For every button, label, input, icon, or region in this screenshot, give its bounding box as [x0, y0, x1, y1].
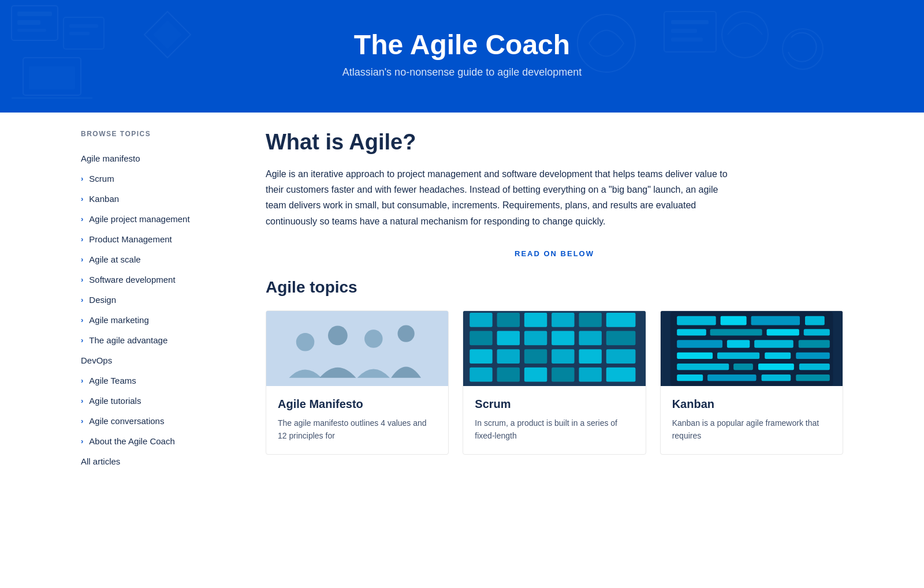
- sidebar-item-label: Design: [89, 295, 116, 305]
- svg-rect-31: [470, 331, 493, 345]
- sidebar-item[interactable]: ›Agile project management: [81, 209, 243, 229]
- svg-rect-5: [69, 24, 98, 28]
- manifesto-card-body: Agile Manifesto The agile manifesto outl…: [266, 386, 448, 454]
- svg-rect-64: [717, 353, 759, 359]
- svg-rect-6: [69, 32, 90, 35]
- agile-topics-section: Agile topics: [266, 278, 843, 455]
- svg-rect-67: [677, 364, 729, 370]
- read-on-below-label: READ ON BELOW: [266, 249, 843, 258]
- svg-rect-34: [552, 331, 574, 345]
- sidebar-item-label: Agile project management: [89, 214, 189, 224]
- chevron-right-icon: ›: [81, 316, 83, 324]
- sidebar-nav: Agile manifesto›Scrum›Kanban›Agile proje…: [81, 148, 243, 471]
- what-is-agile-body: Agile is an iterative approach to projec…: [266, 166, 739, 229]
- svg-rect-57: [766, 329, 799, 335]
- sidebar-item[interactable]: ›Agile conversations: [81, 411, 243, 431]
- svg-rect-68: [733, 364, 753, 370]
- svg-point-18: [783, 29, 823, 69]
- kanban-card-text: Kanban is a popular agile framework that…: [672, 417, 831, 443]
- what-is-agile-section: What is Agile? Agile is an iterative app…: [266, 130, 843, 229]
- svg-rect-29: [579, 313, 602, 327]
- svg-rect-1: [17, 12, 52, 16]
- svg-point-17: [722, 12, 768, 58]
- svg-rect-42: [606, 349, 636, 364]
- svg-rect-25: [470, 313, 493, 327]
- sidebar-item[interactable]: ›Design: [81, 290, 243, 310]
- svg-rect-55: [677, 329, 706, 335]
- manifesto-card-title: Agile Manifesto: [278, 398, 437, 411]
- sidebar-item[interactable]: ›Agile at scale: [81, 249, 243, 269]
- svg-point-12: [578, 14, 635, 72]
- svg-rect-69: [758, 364, 794, 370]
- sidebar-item-label: Agile manifesto: [81, 153, 140, 163]
- svg-point-20: [296, 333, 315, 351]
- svg-rect-15: [671, 29, 697, 33]
- chevron-right-icon: ›: [81, 417, 83, 425]
- topic-cards-container: Agile Manifesto The agile manifesto outl…: [266, 310, 843, 455]
- svg-marker-11: [153, 20, 182, 49]
- kanban-card-body: Kanban Kanban is a popular agile framewo…: [661, 386, 843, 454]
- svg-rect-53: [751, 316, 799, 325]
- sidebar-item[interactable]: All articles: [81, 451, 243, 471]
- sidebar-item[interactable]: ›Agile tutorials: [81, 391, 243, 411]
- svg-rect-47: [579, 367, 602, 381]
- page-body: BROWSE TOPICS Agile manifesto›Scrum›Kanb…: [58, 113, 866, 489]
- svg-rect-3: [17, 29, 46, 32]
- svg-rect-48: [606, 367, 636, 381]
- svg-rect-44: [497, 367, 520, 381]
- svg-rect-45: [524, 367, 547, 381]
- topic-card-kanban[interactable]: Kanban Kanban is a popular agile framewo…: [660, 310, 843, 455]
- topics-heading: Agile topics: [266, 278, 843, 297]
- scrum-card-text: In scrum, a product is built in a series…: [475, 417, 634, 443]
- svg-rect-27: [524, 313, 547, 327]
- svg-rect-30: [606, 313, 636, 327]
- sidebar-item-label: Agile tutorials: [89, 396, 141, 406]
- sidebar-item[interactable]: ›Software development: [81, 269, 243, 290]
- sidebar-item-label: Scrum: [89, 174, 114, 183]
- sidebar-item[interactable]: ›Scrum: [81, 168, 243, 189]
- sidebar-item[interactable]: ›Product Management: [81, 229, 243, 249]
- scrum-card-image: [463, 311, 645, 386]
- topic-card-manifesto[interactable]: Agile Manifesto The agile manifesto outl…: [266, 310, 449, 455]
- sidebar-item-label: Agile at scale: [89, 254, 140, 264]
- sidebar-item[interactable]: ›Kanban: [81, 189, 243, 209]
- kanban-card-image: [661, 311, 843, 386]
- svg-rect-74: [796, 374, 830, 381]
- svg-rect-70: [799, 364, 830, 370]
- svg-rect-32: [497, 331, 520, 345]
- svg-marker-10: [144, 12, 191, 58]
- what-is-agile-heading: What is Agile?: [266, 130, 843, 155]
- svg-rect-36: [606, 331, 636, 345]
- svg-rect-61: [754, 340, 793, 348]
- sidebar-item-label: About the Agile Coach: [89, 436, 174, 446]
- svg-rect-63: [677, 353, 713, 359]
- sidebar-item[interactable]: ›The agile advantage: [81, 330, 243, 350]
- svg-rect-41: [579, 349, 602, 364]
- svg-rect-39: [524, 349, 547, 364]
- sidebar-browse-label: BROWSE TOPICS: [81, 130, 243, 138]
- manifesto-card-image: [266, 311, 448, 386]
- svg-rect-13: [664, 12, 716, 52]
- sidebar-item[interactable]: ›Agile marketing: [81, 310, 243, 330]
- sidebar-item-label: Agile marketing: [89, 315, 148, 325]
- svg-rect-43: [470, 367, 493, 381]
- sidebar-item-label: Kanban: [89, 194, 119, 204]
- svg-rect-40: [552, 349, 574, 364]
- sidebar-item[interactable]: ›Agile Teams: [81, 370, 243, 391]
- hero-subtitle: Atlassian's no-nonsense guide to agile d…: [342, 66, 582, 78]
- topic-card-scrum[interactable]: Scrum In scrum, a product is built in a …: [463, 310, 646, 455]
- svg-rect-54: [805, 316, 825, 325]
- chevron-right-icon: ›: [81, 174, 83, 183]
- sidebar-item[interactable]: DevOps: [81, 350, 243, 370]
- svg-rect-4: [64, 17, 104, 49]
- sidebar-item[interactable]: ›About the Agile Coach: [81, 431, 243, 451]
- svg-rect-66: [796, 353, 830, 359]
- svg-rect-65: [765, 353, 791, 359]
- sidebar-item[interactable]: Agile manifesto: [81, 148, 243, 168]
- chevron-right-icon: ›: [81, 437, 83, 445]
- svg-point-23: [397, 325, 414, 342]
- sidebar-item-label: DevOps: [81, 355, 112, 365]
- svg-rect-46: [552, 367, 574, 381]
- hero-title: The Agile Coach: [354, 29, 570, 61]
- chevron-right-icon: ›: [81, 255, 83, 264]
